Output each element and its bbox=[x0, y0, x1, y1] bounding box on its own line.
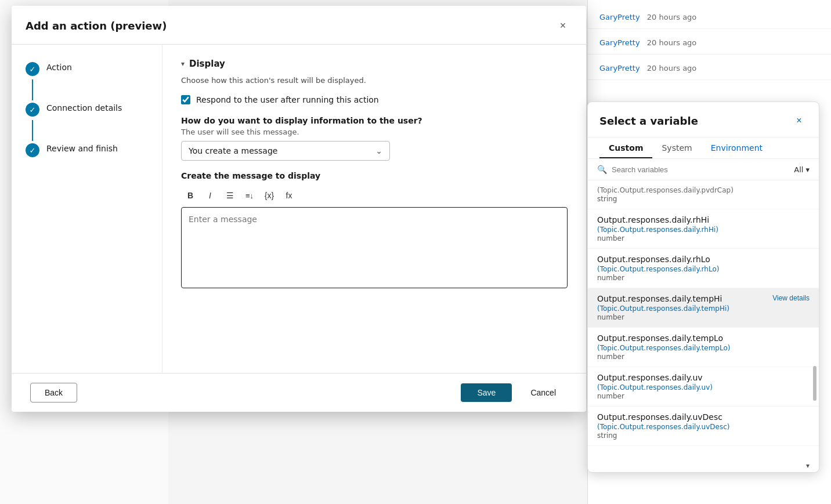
variable-search-input[interactable] bbox=[612, 165, 789, 174]
step-item-connection: ✓ Connection details bbox=[26, 101, 122, 117]
var-name: Output.responses.daily.uv bbox=[597, 373, 810, 382]
var-name: Output.responses.daily.uvDesc bbox=[597, 412, 810, 422]
dialog-body: ✓ Action ✓ Connection details ✓ Review a… bbox=[12, 45, 586, 373]
variable-list: (Topic.Output.responses.daily.pvdrCap) s… bbox=[588, 180, 819, 459]
list-item[interactable]: Output.responses.daily.rhLo (Topic.Outpu… bbox=[588, 249, 819, 288]
tab-system[interactable]: System bbox=[652, 137, 701, 158]
step-label-review: Review and finish bbox=[46, 142, 118, 153]
numbered-list-icon: ≡↓ bbox=[245, 191, 254, 200]
view-details-button[interactable]: View details bbox=[772, 294, 810, 302]
bullets-button[interactable]: ☰ bbox=[221, 186, 239, 205]
var-name: Output.responses.daily.rhLo bbox=[597, 255, 810, 264]
checkbox-row: Respond to the user after running this a… bbox=[181, 95, 568, 104]
dialog-title: Add an action (preview) bbox=[26, 20, 167, 32]
bg-time: 20 hours ago bbox=[647, 64, 697, 72]
section-description: Choose how this action's result will be … bbox=[181, 76, 568, 85]
checkbox-label: Respond to the user after running this a… bbox=[196, 95, 379, 104]
chevron-down-icon: ▾ bbox=[806, 462, 810, 470]
bg-user: GaryPretty bbox=[599, 64, 640, 72]
list-item[interactable]: Output.responses.daily.rhHi (Topic.Outpu… bbox=[588, 209, 819, 249]
footer-right: Save Cancel bbox=[461, 383, 568, 402]
step-check-icon: ✓ bbox=[26, 62, 39, 76]
tab-custom[interactable]: Custom bbox=[599, 137, 652, 158]
dialog-footer: Back Save Cancel bbox=[12, 373, 586, 412]
bg-list-item: GaryPretty 20 hours ago bbox=[588, 57, 831, 80]
step-check-icon-2: ✓ bbox=[26, 103, 39, 117]
var-topic: (Topic.Output.responses.daily.uvDesc) bbox=[597, 423, 810, 431]
var-name: Output.responses.daily.rhHi bbox=[597, 215, 810, 224]
message-input[interactable] bbox=[181, 207, 568, 288]
var-topic: (Topic.Output.responses.daily.tempHi) bbox=[597, 304, 772, 313]
steps-panel: ✓ Action ✓ Connection details ✓ Review a… bbox=[12, 45, 162, 373]
message-toolbar: B I ☰ ≡↓ {x} fx bbox=[181, 186, 568, 205]
dialog-close-button[interactable]: × bbox=[554, 16, 572, 35]
section-title: Display bbox=[189, 59, 225, 69]
message-type-dropdown[interactable]: You create a message ⌄ bbox=[181, 141, 390, 161]
content-panel: ▾ Display Choose how this action's resul… bbox=[162, 45, 586, 373]
step-label-action: Action bbox=[46, 61, 72, 72]
var-type: string bbox=[597, 432, 810, 440]
var-name: Output.responses.daily.tempLo bbox=[597, 333, 810, 343]
save-button[interactable]: Save bbox=[461, 383, 512, 402]
scrollbar-thumb[interactable] bbox=[813, 366, 816, 401]
step-check-icon-3: ✓ bbox=[26, 143, 39, 157]
list-item-highlighted[interactable]: Output.responses.daily.tempHi (Topic.Out… bbox=[588, 288, 819, 328]
back-button[interactable]: Back bbox=[30, 383, 77, 403]
bg-time: 20 hours ago bbox=[647, 13, 697, 21]
cancel-button[interactable]: Cancel bbox=[519, 383, 568, 402]
respond-checkbox[interactable] bbox=[181, 95, 190, 104]
filter-label: All bbox=[794, 165, 803, 174]
var-topic: (Topic.Output.responses.daily.rhLo) bbox=[597, 265, 810, 273]
list-item[interactable]: Output.responses.daily.uvDesc (Topic.Out… bbox=[588, 407, 819, 446]
bullets-icon: ☰ bbox=[226, 191, 234, 200]
display-hint: The user will see this message. bbox=[181, 128, 568, 136]
chevron-down-icon: ▾ bbox=[181, 60, 185, 68]
var-panel-header: Select a variable × bbox=[588, 102, 819, 137]
tab-environment[interactable]: Environment bbox=[702, 137, 772, 158]
italic-button[interactable]: I bbox=[201, 186, 219, 205]
bg-user: GaryPretty bbox=[599, 38, 640, 47]
var-type: string bbox=[597, 195, 810, 203]
bg-list-item: GaryPretty 20 hours ago bbox=[588, 6, 831, 29]
numbered-list-button[interactable]: ≡↓ bbox=[240, 186, 259, 205]
list-item[interactable]: Output.responses.daily.tempLo (Topic.Out… bbox=[588, 328, 819, 367]
var-tabs: Custom System Environment bbox=[588, 137, 819, 159]
var-name: (Topic.Output.responses.daily.pvdrCap) bbox=[597, 186, 810, 194]
var-type: number bbox=[597, 234, 810, 242]
chevron-down-icon: ⌄ bbox=[375, 146, 382, 155]
var-topic: (Topic.Output.responses.daily.rhHi) bbox=[597, 226, 810, 234]
bold-button[interactable]: B bbox=[181, 186, 200, 205]
var-panel-title: Select a variable bbox=[599, 115, 698, 127]
bg-user: GaryPretty bbox=[599, 13, 640, 21]
filter-all-dropdown[interactable]: All ▾ bbox=[794, 165, 810, 174]
main-dialog: Add an action (preview) × ✓ Action ✓ Con… bbox=[12, 6, 586, 412]
dialog-header: Add an action (preview) × bbox=[12, 6, 586, 45]
var-type: number bbox=[597, 313, 772, 321]
step-label-connection: Connection details bbox=[46, 101, 122, 113]
formula-button[interactable]: fx bbox=[280, 186, 298, 205]
var-type: number bbox=[597, 392, 810, 400]
section-header: ▾ Display bbox=[181, 59, 568, 69]
var-item-actions: Output.responses.daily.tempHi (Topic.Out… bbox=[597, 294, 810, 321]
scroll-down-indicator: ▾ bbox=[588, 459, 819, 472]
chevron-down-icon: ▾ bbox=[805, 165, 810, 174]
dropdown-value: You create a message bbox=[189, 146, 277, 155]
var-type: number bbox=[597, 274, 810, 282]
display-question: How do you want to display information t… bbox=[181, 116, 568, 125]
list-item[interactable]: Output.responses.daily.uv (Topic.Output.… bbox=[588, 367, 819, 407]
step-item-review: ✓ Review and finish bbox=[26, 142, 118, 157]
bg-list-item: GaryPretty 20 hours ago bbox=[588, 31, 831, 55]
var-type: number bbox=[597, 353, 810, 361]
create-message-label: Create the message to display bbox=[181, 171, 568, 180]
var-item-info: Output.responses.daily.tempHi (Topic.Out… bbox=[597, 294, 772, 321]
list-item[interactable]: (Topic.Output.responses.daily.pvdrCap) s… bbox=[588, 180, 819, 209]
var-search-row: 🔍 All ▾ bbox=[588, 159, 819, 180]
var-topic: (Topic.Output.responses.daily.tempLo) bbox=[597, 344, 810, 352]
var-topic: (Topic.Output.responses.daily.uv) bbox=[597, 383, 810, 391]
step-connector-2 bbox=[32, 120, 33, 141]
var-panel-close-button[interactable]: × bbox=[791, 113, 807, 129]
step-item-action: ✓ Action bbox=[26, 61, 72, 76]
variable-button[interactable]: {x} bbox=[260, 186, 279, 205]
search-icon: 🔍 bbox=[597, 165, 607, 174]
bg-time: 20 hours ago bbox=[647, 38, 697, 47]
